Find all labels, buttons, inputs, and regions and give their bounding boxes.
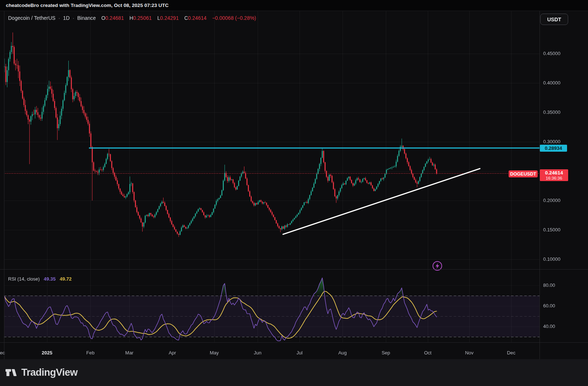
- low-value: 0.24291: [160, 15, 179, 21]
- time-tick-label: Jul: [297, 350, 303, 356]
- high-value: 0.25061: [133, 15, 152, 21]
- pane-separator-price-rsi[interactable]: [0, 269, 588, 270]
- rsi-ma-value: 49.72: [60, 276, 72, 282]
- price-tick-label: 0.45000: [543, 50, 560, 57]
- chart-left-border: [4, 11, 4, 359]
- attribution-text: cheatcodeBro created with TradingView.co…: [6, 3, 169, 8]
- last-price-value: 0.24614: [545, 170, 563, 176]
- time-tick-label: Dec: [507, 350, 515, 356]
- time-tick-label: Jun: [254, 350, 262, 356]
- tradingview-chart-window: cheatcodeBro created with TradingView.co…: [0, 0, 588, 386]
- time-tick-label: May: [210, 350, 219, 356]
- timeframe-label[interactable]: 1D: [63, 15, 70, 21]
- rsi-tick-label: 40.00: [543, 323, 555, 330]
- time-axis[interactable]: Dec2025FebMarAprMayJunJulAugSepOctNovDec: [0, 342, 539, 359]
- time-tick-label: Sep: [381, 350, 390, 356]
- tradingview-logo-text: TradingView: [21, 367, 78, 378]
- time-tick-label: Apr: [169, 350, 176, 356]
- symbol-price-badge: DOGEUSDT: [509, 170, 538, 177]
- time-tick-label: Mar: [125, 350, 133, 356]
- time-tick-label: Nov: [465, 350, 473, 356]
- tradingview-logo-icon: [5, 369, 18, 377]
- price-tick-label: 0.35000: [543, 109, 560, 116]
- time-tick-label: Aug: [338, 350, 347, 356]
- close-label: C0.24614: [184, 15, 207, 21]
- attribution-bar: cheatcodeBro created with TradingView.co…: [0, 0, 588, 11]
- exchange-label: Binance: [77, 15, 96, 21]
- rsi-title[interactable]: RSI (14, close): [8, 276, 40, 282]
- last-price-badge: 0.24614 16:36:36: [540, 169, 568, 181]
- close-value: 0.24614: [188, 15, 207, 21]
- rsi-tick-label: 60.00: [543, 303, 555, 309]
- open-value: 0.24681: [105, 15, 124, 21]
- pane-separator-rsi-axis: [0, 342, 588, 343]
- price-tick-label: 0.10000: [543, 256, 560, 263]
- rsi-value: 49.35: [44, 276, 56, 282]
- axis-left-border: [539, 11, 540, 359]
- price-tick-label: 0.30000: [543, 138, 560, 145]
- time-tick-label: Oct: [424, 350, 431, 356]
- price-tick-label: 0.40000: [543, 80, 560, 86]
- rsi-tick-label: 80.00: [543, 282, 555, 289]
- chart-legend[interactable]: Dogecoin / TetherUS · 1D · Binance O0.24…: [8, 15, 256, 21]
- separator-dot: ·: [73, 15, 75, 21]
- separator-dot: ·: [58, 15, 60, 21]
- price-chart-canvas[interactable]: [0, 0, 588, 386]
- price-tick-label: 0.20000: [543, 197, 560, 204]
- rsi-indicator-legend[interactable]: RSI (14, close) 49.35 49.72: [8, 276, 72, 282]
- symbol-title[interactable]: Dogecoin / TetherUS: [8, 15, 55, 21]
- tradingview-logo[interactable]: TradingView: [5, 367, 78, 378]
- bar-countdown: 16:36:36: [546, 176, 562, 181]
- rsi-axis[interactable]: 80.0060.0040.00: [539, 269, 588, 342]
- low-label: L0.24291: [157, 15, 179, 21]
- footer-bar: TradingView: [0, 359, 588, 386]
- open-label: O0.24681: [101, 15, 124, 21]
- change-value: −0.00068 (−0.28%): [212, 15, 256, 21]
- time-tick-label: Feb: [86, 350, 94, 356]
- high-label: H0.25061: [129, 15, 152, 21]
- time-tick-label: 2025: [42, 350, 53, 356]
- resistance-price-label: 0.28934: [540, 145, 567, 152]
- price-tick-label: 0.15000: [543, 227, 560, 233]
